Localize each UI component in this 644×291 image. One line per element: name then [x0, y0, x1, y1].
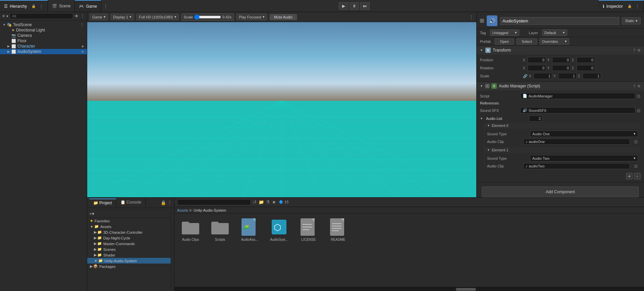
- static-dropdown[interactable]: Static ▾: [622, 17, 641, 24]
- audio-manager-checkbox[interactable]: ✓: [485, 84, 489, 88]
- tag-dropdown[interactable]: Untagged ▾: [490, 29, 520, 36]
- array-remove-btn[interactable]: -: [634, 173, 641, 179]
- transform-header[interactable]: ▼ ⊞ Transform ? ⚙: [477, 46, 644, 55]
- master-commands-label: Master-Commands: [103, 242, 135, 246]
- dots-menu-hierarchy[interactable]: ⋮: [39, 4, 44, 9]
- file-audio-clips[interactable]: Audio Clips: [177, 216, 204, 243]
- add-button[interactable]: +: [2, 13, 5, 19]
- tab-inspector[interactable]: ℹ Inspector 🔒 ⋮: [599, 0, 644, 12]
- tree-item-floor[interactable]: ⬜ Floor: [0, 38, 87, 44]
- ptree-packages[interactable]: ▶ 📦 Packages: [87, 264, 171, 269]
- object-name-input[interactable]: [500, 17, 619, 25]
- audio-manager-settings-btn[interactable]: ⚙: [637, 84, 641, 88]
- add-component-button[interactable]: Add Component: [482, 187, 639, 197]
- scale-control[interactable]: Scale 0.42x: [181, 13, 234, 21]
- transform-body: Position X Y Z: [477, 55, 644, 81]
- prefab-select-btn[interactable]: Select: [517, 39, 537, 45]
- sca-x-input[interactable]: [534, 73, 552, 79]
- file-license[interactable]: LICENSE: [295, 216, 322, 243]
- element-1-clip-target-btn[interactable]: ⊙: [634, 163, 638, 169]
- play-focused-dropdown[interactable]: Play Focused ▾: [236, 14, 267, 20]
- pause-button[interactable]: ⏸: [350, 2, 359, 10]
- pos-z-input[interactable]: [577, 57, 595, 63]
- ptree-favorites[interactable]: ★ Favorites: [87, 218, 171, 224]
- tree-item-directional-light[interactable]: ☀ Directional Light: [0, 27, 87, 33]
- eyedropper-btn[interactable]: 👁: [74, 14, 79, 19]
- filter-icon-btn[interactable]: ⚗: [266, 200, 270, 205]
- file-readme[interactable]: README: [325, 216, 352, 243]
- horizontal-scrollbar[interactable]: [174, 287, 644, 291]
- dots-menu-game[interactable]: ⋮: [101, 0, 110, 12]
- mute-audio-btn[interactable]: Mute Audio: [270, 14, 297, 20]
- tree-item-camera[interactable]: 📷 Camera: [0, 33, 87, 38]
- array-add-btn[interactable]: +: [626, 173, 633, 179]
- element-0-audio-clip-value-btn[interactable]: ♪ audioOne: [523, 139, 630, 145]
- display-dropdown[interactable]: Game ▾: [90, 14, 108, 20]
- sca-y-input[interactable]: [558, 73, 577, 79]
- resolution-dropdown[interactable]: Full HD (1920x1080) ▾: [137, 14, 179, 20]
- rot-z-input[interactable]: [577, 65, 595, 71]
- rot-x-input[interactable]: [528, 65, 546, 71]
- sfx-target-btn[interactable]: ⊙: [637, 108, 641, 113]
- element-1-audio-clip-row: Audio Clip ♪ audioTwo ⊙: [487, 162, 638, 170]
- audio-manager-header[interactable]: ▼ ✓ # Audio Manager (Script) ? ⚙: [477, 82, 644, 90]
- layer-dropdown[interactable]: Default ▾: [542, 29, 567, 36]
- element-0-sound-type-dropdown[interactable]: Audio One ▾: [530, 131, 638, 137]
- pos-y-input[interactable]: [552, 57, 571, 63]
- prefab-overrides-dropdown[interactable]: Overrides ▾: [540, 38, 569, 45]
- transform-help-btn[interactable]: ?: [633, 48, 635, 52]
- tree-item-character[interactable]: ▶ ⬜ Character ▶: [0, 44, 87, 49]
- sca-z-input[interactable]: [583, 73, 601, 79]
- active-checkbox[interactable]: ✓: [480, 19, 484, 23]
- step-button[interactable]: ⏭: [360, 2, 370, 10]
- sound-sfx-value-btn[interactable]: 🔊 SoundSFX: [520, 107, 635, 114]
- ptree-shader[interactable]: ▶ 📁 Shader: [87, 252, 171, 258]
- rot-y-input[interactable]: [552, 65, 571, 71]
- project-add-btn[interactable]: +▾: [89, 211, 94, 216]
- audio-clips-label: Audio Clips: [182, 238, 199, 241]
- ptree-3d-char[interactable]: ▶ 📁 3D-Character-Controller: [87, 229, 171, 235]
- tab-project[interactable]: 📁 Project: [89, 199, 116, 207]
- element-1-header[interactable]: ▼ Element 1: [484, 147, 641, 153]
- display-number-dropdown[interactable]: Display 1 ▾: [111, 14, 134, 20]
- ptree-assets[interactable]: ▼ 📁 Assets: [87, 224, 171, 229]
- tab-hierarchy[interactable]: ☰ Hierarchy 🔒 ⋮: [0, 0, 48, 12]
- file-audiosyst[interactable]: ⬡ AudioSyst...: [266, 216, 292, 243]
- folder-icon-btn[interactable]: 📁: [259, 200, 264, 205]
- game-toolbar-menu[interactable]: ⋮: [469, 14, 474, 20]
- scrollbar-thumb[interactable]: [456, 288, 476, 291]
- ptree-unity-audio[interactable]: ▼ 📁 Unity-Audio-System: [87, 258, 171, 264]
- dots-menu-inspector[interactable]: ⋮: [635, 4, 640, 9]
- element-1-sound-type-dropdown[interactable]: Audio Two ▾: [530, 155, 638, 161]
- play-button[interactable]: ▶: [339, 2, 348, 10]
- script-value-btn[interactable]: 📄 AudioManager: [520, 93, 635, 99]
- element-1-audio-clip-value-btn[interactable]: ♪ audioTwo: [523, 163, 630, 169]
- scale-slider[interactable]: [194, 14, 221, 20]
- dots-menu-hierarchy-toolbar[interactable]: ⋮: [80, 13, 85, 19]
- audio-list-count[interactable]: [529, 116, 542, 122]
- star-icon-btn[interactable]: ★: [272, 200, 276, 205]
- ptree-day-night[interactable]: ▶ 📁 Day-Night-Cycle: [87, 235, 171, 241]
- file-audioass[interactable]: 🧩 AudioAss...: [236, 216, 263, 243]
- pos-x-input[interactable]: [528, 57, 546, 63]
- file-scripts[interactable]: Scripts: [207, 216, 233, 243]
- script-target-btn[interactable]: ⊙: [637, 93, 641, 99]
- transform-settings-btn[interactable]: ⚙: [637, 48, 641, 53]
- hierarchy-search[interactable]: [10, 13, 73, 19]
- audio-manager-help-btn[interactable]: ?: [633, 84, 635, 88]
- element-0-header[interactable]: ▼ Element 0: [484, 123, 641, 129]
- tab-game[interactable]: 🎮 Game: [75, 0, 101, 12]
- element-0-clip-target-btn[interactable]: ⊙: [634, 139, 638, 144]
- tab-console[interactable]: 📋 Console: [116, 199, 146, 207]
- dots-menu-project[interactable]: ⋮: [167, 200, 172, 205]
- tree-item-testscene[interactable]: ▼ 🎭 TestScene ⋮: [0, 22, 87, 27]
- breadcrumb-assets[interactable]: Assets: [177, 208, 188, 212]
- ptree-scenes[interactable]: ▶ 📁 Scenes: [87, 246, 171, 252]
- tree-item-audiosystem[interactable]: ▶ ⬜ AudioSystem ▶: [0, 49, 87, 54]
- prefab-open-btn[interactable]: Open: [495, 39, 514, 45]
- refresh-icon[interactable]: ↺: [253, 200, 257, 205]
- scene-menu[interactable]: ⋮: [80, 22, 84, 27]
- tab-scene[interactable]: 🎬 Scene: [48, 0, 75, 12]
- project-search-input[interactable]: [177, 199, 251, 205]
- ptree-master-commands[interactable]: ▶ 📁 Master-Commands: [87, 241, 171, 246]
